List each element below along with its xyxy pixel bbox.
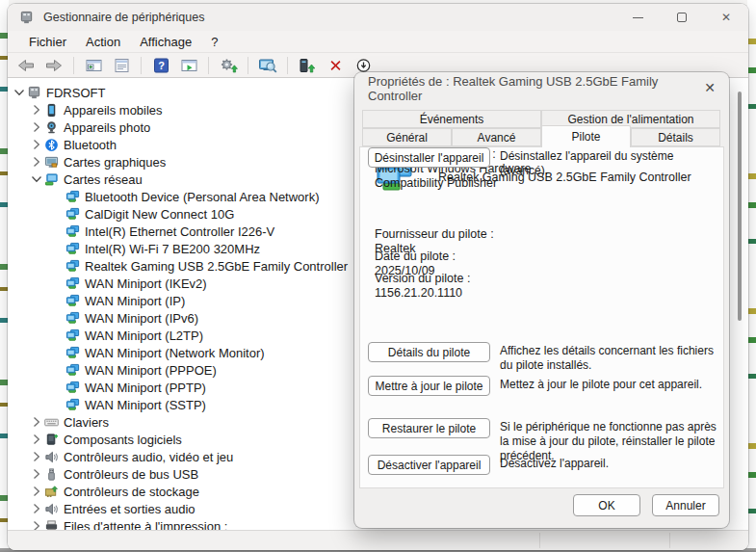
chevron-right-icon[interactable] [29,432,44,447]
usb-icon [44,467,62,482]
properties-icon[interactable] [111,56,132,75]
tree-item-label: Appareils photo [62,120,150,135]
scan-hardware-icon[interactable] [257,56,278,75]
adapter-icon [65,329,83,343]
tree-item-label: CalDigit New Connect 10G [83,207,234,222]
audio-icon [44,502,62,516]
tree-item-label: WAN Miniport (PPTP) [83,381,206,395]
maximize-icon [677,13,687,22]
adapter-icon [65,311,83,326]
tree-item-label: Intel(R) Wi-Fi 7 BE200 320MHz [83,242,260,256]
svg-text:?: ? [158,60,165,71]
back-icon[interactable] [15,56,37,75]
window-titlebar[interactable]: Gestionnaire de périphériques ✕ [8,4,748,31]
driver-action-row: Désactiver l'appareilDésactivez l'appare… [368,455,717,503]
tree-item-label: WAN Miniport (IP) [83,294,185,308]
uninstall-device-button[interactable]: Désinstaller l'appareil [368,147,490,168]
chevron-down-icon[interactable] [12,85,27,100]
tree-item-label: WAN Miniport (L2TP) [83,329,203,343]
tree-item-label: WAN Miniport (SSTP) [83,398,206,412]
action-description: Affichez les détails concernant les fich… [500,344,719,373]
chevron-right-icon[interactable] [29,154,44,170]
display-icon [44,155,62,170]
dialog-titlebar[interactable]: Propriétés de : Realtek Gaming USB 2.5Gb… [354,72,729,105]
dialog-close-icon[interactable]: ✕ [704,80,716,95]
scrollbar-thumb[interactable] [738,92,742,321]
network-icon [44,172,62,187]
driver-details-button[interactable]: Détails du pilote [368,342,490,362]
computer-icon [27,86,44,100]
chevron-right-icon[interactable] [29,518,44,530]
adapter-icon [65,294,83,308]
update-driver-button[interactable]: Mettre à jour le pilote [368,376,490,396]
adapter-icon [65,346,83,360]
close-button[interactable]: ✕ [704,4,748,31]
tree-item-label: Contrôleurs de stockage [62,485,199,499]
tab-row-front: GénéralAvancéPiloteDétails [362,128,720,146]
tree-item-label: FDRSOFT [44,86,105,100]
minimize-button[interactable] [615,4,660,31]
chevron-right-icon[interactable] [29,102,44,118]
chevron-right-icon[interactable] [29,414,44,430]
field-label: Version du pilote : [375,272,501,286]
chevron-right-icon[interactable] [29,466,44,482]
driver-action-row: Désinstaller l'appareilDésinstallez l'ap… [368,147,717,196]
statusbar-separator [539,533,540,548]
chevron-spacer [50,380,65,395]
storage-icon [44,485,62,499]
chevron-down-icon[interactable] [29,171,44,187]
roll-back-driver-button[interactable]: Restaurer le pilote [368,418,490,438]
tab-g-n-ral[interactable]: Général [362,128,452,146]
chevron-right-icon[interactable] [29,449,44,464]
chevron-spacer [50,328,65,343]
toolbar-separator [248,57,248,74]
tree-scrollbar[interactable] [736,78,744,530]
adapter-icon [65,398,83,412]
chevron-right-icon[interactable] [29,119,44,135]
status-bar [8,530,748,550]
tree-item-label: Contrôleurs audio, vidéo et jeu [62,450,233,464]
mobile-icon [44,103,62,118]
tab-d-tails[interactable]: Détails [631,128,720,146]
help-icon[interactable]: ? [150,56,171,75]
toolbar-separator [208,57,209,74]
tree-item-label: Claviers [62,415,109,430]
chevron-right-icon[interactable] [29,484,44,499]
toolbar-separator [287,57,288,74]
dialog-title: Propriétés de : Realtek Gaming USB 2.5Gb… [368,74,716,103]
tab-avanc-[interactable]: Avancé [452,128,541,146]
adapter-icon [65,276,83,291]
camera-icon [44,120,62,135]
tree-item-label: Files d'attente à l'impression : [62,519,227,531]
uninstall-device-icon[interactable] [325,56,346,75]
adapter-icon [65,207,83,222]
chevron-spacer [50,241,65,256]
menu-fichier[interactable]: Fichier [19,35,76,49]
update-device-icon[interactable] [297,56,318,75]
menu-action[interactable]: Action [76,35,130,49]
action-pane-icon[interactable] [178,56,199,75]
chevron-spacer [50,276,65,291]
maximize-button[interactable] [660,4,704,31]
menu-help[interactable]: ? [201,35,227,49]
field-label: Fournisseur du pilote : [375,227,501,242]
action-description: Mettez à jour le pilote pour cet apparei… [500,378,719,392]
statusbar-separator [669,533,670,548]
driver-info-row: Version du pilote :1156.21.20.1110 [375,272,714,301]
chevron-right-icon[interactable] [29,137,44,152]
tab--v-nements[interactable]: Événements [362,110,541,128]
console-tree-icon[interactable] [83,56,104,75]
update-driver-icon[interactable] [218,56,239,75]
properties-dialog: Propriétés de : Realtek Gaming USB 2.5Gb… [354,72,729,528]
forward-icon[interactable] [43,56,65,75]
tree-item-label: WAN Miniport (Network Monitor) [83,346,265,360]
driver-action-row: Mettre à jour le piloteMettez à jour le … [368,376,717,424]
tree-item-label: Cartes réseau [62,172,143,187]
adapter-icon [65,259,83,274]
chevron-spacer [50,206,65,222]
tab-pilote[interactable]: Pilote [541,125,631,147]
chevron-spacer [50,345,65,360]
chevron-right-icon[interactable] [29,501,44,516]
disable-device-button[interactable]: Désactiver l'appareil [368,455,490,475]
menu-affichage[interactable]: Affichage [130,35,201,49]
